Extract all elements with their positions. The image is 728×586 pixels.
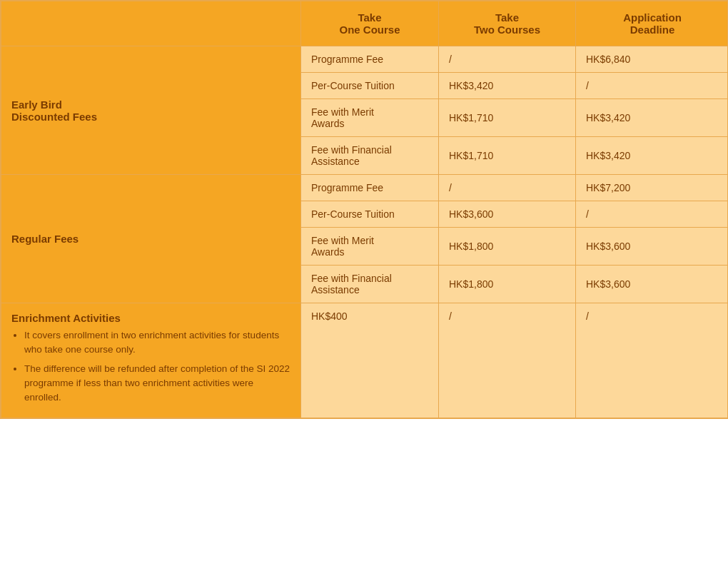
- header-application-deadline: ApplicationDeadline: [576, 1, 729, 46]
- sub-label-cell: Fee with MeritAwards: [301, 228, 439, 266]
- enrichment-one-value: HK$400: [301, 303, 439, 418]
- fees-table: TakeOne Course TakeTwo Courses Applicati…: [0, 0, 728, 419]
- two-course-value: HK$6,840: [576, 46, 729, 73]
- sub-label-cell: Per-Course Tuition: [301, 201, 439, 228]
- sub-label-cell: Fee with FinancialAssistance: [301, 266, 439, 303]
- two-course-value: HK$7,200: [576, 175, 729, 201]
- enrichment-title: Enrichment Activities: [11, 312, 290, 324]
- header-two-courses: TakeTwo Courses: [439, 1, 576, 46]
- header-fees: [1, 1, 301, 46]
- one-course-value: HK$3,600: [439, 201, 576, 228]
- sub-label-cell: Fee with FinancialAssistance: [301, 137, 439, 175]
- enrichment-bullet: The difference will be refunded after co…: [24, 362, 290, 405]
- category-cell: Regular Fees: [1, 175, 301, 303]
- two-course-value: /: [576, 201, 729, 228]
- one-course-value: HK$3,420: [439, 73, 576, 99]
- sub-label-cell: Per-Course Tuition: [301, 73, 439, 99]
- enrichment-deadline-value: /: [576, 303, 729, 418]
- two-course-value: /: [576, 73, 729, 99]
- two-course-value: HK$3,420: [576, 137, 729, 175]
- category-cell: Early BirdDiscounted Fees: [1, 46, 301, 175]
- one-course-value: HK$1,710: [439, 99, 576, 137]
- sub-label-cell: Programme Fee: [301, 46, 439, 73]
- one-course-value: HK$1,800: [439, 228, 576, 266]
- enrichment-bullet: It covers enrollment in two enrichment a…: [24, 328, 290, 358]
- one-course-value: HK$1,710: [439, 137, 576, 175]
- one-course-value: /: [439, 46, 576, 73]
- one-course-value: /: [439, 175, 576, 201]
- enrichment-category-cell: Enrichment ActivitiesIt covers enrollmen…: [1, 303, 301, 418]
- two-course-value: HK$3,600: [576, 228, 729, 266]
- one-course-value: HK$1,800: [439, 266, 576, 303]
- two-course-value: HK$3,600: [576, 266, 729, 303]
- enrichment-two-value: /: [439, 303, 576, 418]
- sub-label-cell: Programme Fee: [301, 175, 439, 201]
- sub-label-cell: Fee with MeritAwards: [301, 99, 439, 137]
- two-course-value: HK$3,420: [576, 99, 729, 137]
- header-one-course: TakeOne Course: [301, 1, 439, 46]
